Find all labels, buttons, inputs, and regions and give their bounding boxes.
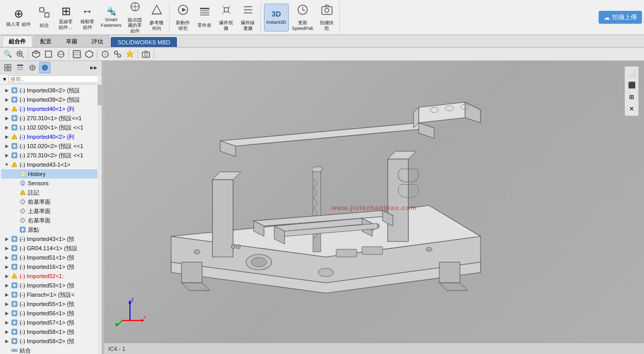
- zoom-in-icon-btn[interactable]: [14, 49, 26, 60]
- tree-expand-icon[interactable]: ▶: [3, 245, 10, 252]
- tree-expand-icon[interactable]: [11, 198, 19, 205]
- rt-split-vertical[interactable]: ⬛: [626, 80, 637, 90]
- tree-expand-icon[interactable]: ▶: [3, 319, 10, 326]
- tree-item[interactable]: ▶(-) Imported55<1> (預: [1, 299, 101, 309]
- tree-item[interactable]: ▶(-) Imported53<1> (預: [1, 281, 101, 290]
- tree-expand-icon[interactable]: ▶: [3, 142, 10, 150]
- tree-expand-icon[interactable]: ▶: [3, 263, 10, 270]
- tree-item[interactable]: 右基準面: [1, 216, 101, 225]
- tab-solidworks-mbd[interactable]: SOLIDWORKS MBD: [111, 37, 177, 47]
- tree-expand-icon[interactable]: ▶: [3, 105, 10, 112]
- tree-expand-icon[interactable]: ▶: [3, 310, 10, 317]
- zoom-fit-icon-btn[interactable]: 🔍: [2, 49, 13, 60]
- tree-item[interactable]: ▶(-) 270.310<2> (預設 <<1: [1, 151, 101, 160]
- move-component-btn[interactable]: ↔ 移動零組件: [77, 4, 98, 31]
- tree-item[interactable]: History: [1, 169, 101, 179]
- tree-expand-icon[interactable]: ▶: [3, 291, 10, 298]
- tree-item[interactable]: ▼!(-) Imported43-1<1>: [1, 160, 101, 169]
- tab-config[interactable]: 配置: [34, 36, 58, 47]
- assembly-feature-btn[interactable]: 顯示隱藏的零組件: [125, 4, 145, 31]
- tree-expand-icon[interactable]: ▶: [3, 254, 10, 261]
- property-manager-btn[interactable]: [14, 62, 26, 73]
- scene-btn[interactable]: [112, 49, 123, 60]
- view-cube-btn[interactable]: [30, 49, 42, 60]
- tab-assembly[interactable]: 組合件: [2, 36, 32, 47]
- tree-item[interactable]: ▶(-) Imported56<1> (預: [1, 309, 101, 318]
- tree-item[interactable]: ▶!(-) Imported40<1> (列: [1, 104, 101, 114]
- tree-item[interactable]: ▶(-) Imported16<1> (預: [1, 262, 101, 271]
- tree-expand-icon[interactable]: ▶: [3, 152, 10, 159]
- tree-item[interactable]: ▶(-) 102.020<1> (預設 <<1: [1, 123, 101, 132]
- reference-geometry-btn[interactable]: 參考幾何向: [146, 4, 167, 31]
- tree-expand-icon[interactable]: ▼: [3, 161, 10, 168]
- appearance-btn[interactable]: [100, 49, 111, 60]
- rt-close[interactable]: ✕: [626, 104, 637, 114]
- upload-button[interactable]: ☁ 拍攝上傳: [599, 11, 642, 24]
- update-speedpak-btn[interactable]: 更新SpeedPak: [290, 4, 316, 31]
- tree-item[interactable]: ▶(-) Imported58<1> (預: [1, 327, 101, 336]
- tree-expand-icon[interactable]: [11, 207, 19, 215]
- tree-expand-icon[interactable]: ▶: [3, 328, 10, 335]
- tree-item[interactable]: ▶(-) 270.310<1> (預設<<1: [1, 114, 101, 123]
- tree-item[interactable]: 前基準面: [1, 197, 101, 206]
- tree-item[interactable]: ▶!(-) Imported40<2> (列: [1, 132, 101, 141]
- tree-item[interactable]: ▶(-) Imported51<1> (預: [1, 253, 101, 262]
- mate-btn[interactable]: 結合: [34, 4, 55, 31]
- tree-expand-icon[interactable]: [3, 347, 10, 354]
- tree-item[interactable]: !註記: [1, 188, 101, 197]
- tree-expand-icon[interactable]: ▶: [3, 96, 10, 103]
- tree-expand-icon[interactable]: [11, 180, 19, 187]
- tree-expand-icon[interactable]: ▶: [3, 124, 10, 131]
- filter-input[interactable]: [8, 75, 100, 83]
- tree-expand-icon[interactable]: ▶: [3, 235, 10, 243]
- left-panel-scrollbar[interactable]: [97, 74, 102, 354]
- tree-item[interactable]: 結合: [1, 346, 101, 354]
- tree-expand-icon[interactable]: ▶: [3, 272, 10, 280]
- viewport[interactable]: www.jixiezhaobiao.com Z X Y ⬜ ⬛: [104, 61, 644, 354]
- smart-fasteners-btn[interactable]: 🔩 SmartFasteners: [99, 4, 124, 31]
- exploded-view-btn[interactable]: 爆炸視圖: [216, 4, 237, 31]
- tree-item[interactable]: ▶(-) Flansch<1> (預設<: [1, 290, 101, 299]
- tree-expand-icon[interactable]: ▶: [3, 300, 10, 308]
- tree-expand-icon[interactable]: ▶: [3, 87, 10, 94]
- tab-sketch[interactable]: 草圖: [59, 36, 84, 47]
- tree-expand-icon[interactable]: ▶: [3, 133, 10, 140]
- tree-item[interactable]: ▶(-) Imported39<2> (預設: [1, 95, 101, 104]
- lights-btn[interactable]: [124, 49, 136, 60]
- tree-item[interactable]: ▶(-) Imported58<2> (預: [1, 336, 101, 346]
- camera-btn[interactable]: [140, 49, 152, 60]
- tree-expand-icon[interactable]: [11, 170, 19, 178]
- feature-manager-btn[interactable]: [2, 62, 13, 73]
- bom-btn[interactable]: 零件表: [194, 4, 215, 31]
- tree-item[interactable]: 原點: [1, 225, 101, 234]
- tree-item[interactable]: ▶!(-) Imported52<1:: [1, 271, 101, 281]
- tree-item[interactable]: ▶(-) GR04.114<1> (預設: [1, 244, 101, 253]
- tree-expand-icon[interactable]: ▶: [3, 115, 10, 122]
- tree-item[interactable]: ▶(-) Imported38<2> (預設: [1, 86, 101, 95]
- rt-split-horizontal[interactable]: ⬜: [626, 68, 637, 78]
- tree-item[interactable]: ▶(-) Imported43<1> (預: [1, 234, 101, 244]
- instant3d-btn[interactable]: 3D Instant3D: [264, 4, 289, 31]
- explode-lines-btn[interactable]: 爆炸線量圖: [238, 4, 258, 31]
- tree-expand-icon[interactable]: ▶: [3, 282, 10, 289]
- view-section-btn[interactable]: [55, 49, 67, 60]
- expand-all-btn[interactable]: ▸▸: [88, 62, 100, 73]
- tree-expand-icon[interactable]: [11, 189, 19, 196]
- tree-expand-icon[interactable]: [11, 226, 19, 233]
- tree-item[interactable]: Sensors: [1, 179, 101, 188]
- linear-component-btn[interactable]: ⊞ 直線零組件…: [56, 4, 76, 31]
- snapshot-btn[interactable]: 拍攝快照: [317, 4, 337, 31]
- tree-item[interactable]: ▶(-) 102.020<2> (預設 <<1: [1, 141, 101, 151]
- wireframe-btn[interactable]: [84, 49, 95, 60]
- rt-fullscreen[interactable]: ⊞: [626, 92, 637, 102]
- tree-item[interactable]: ▶(-) Imported57<1> (預: [1, 318, 101, 327]
- tab-evaluate[interactable]: 評估: [85, 36, 110, 47]
- display-style-btn[interactable]: [71, 49, 82, 60]
- insert-component-btn[interactable]: ⊕ 插入零 組件: [4, 4, 33, 31]
- tree-item[interactable]: 上基準面: [1, 206, 101, 216]
- tree-expand-icon[interactable]: [11, 217, 19, 224]
- tree-expand-icon[interactable]: ▶: [3, 337, 10, 345]
- new-motion-btn[interactable]: 新動作研究: [173, 4, 193, 31]
- view-front-btn[interactable]: [43, 49, 54, 60]
- display-manager-btn[interactable]: [39, 62, 51, 73]
